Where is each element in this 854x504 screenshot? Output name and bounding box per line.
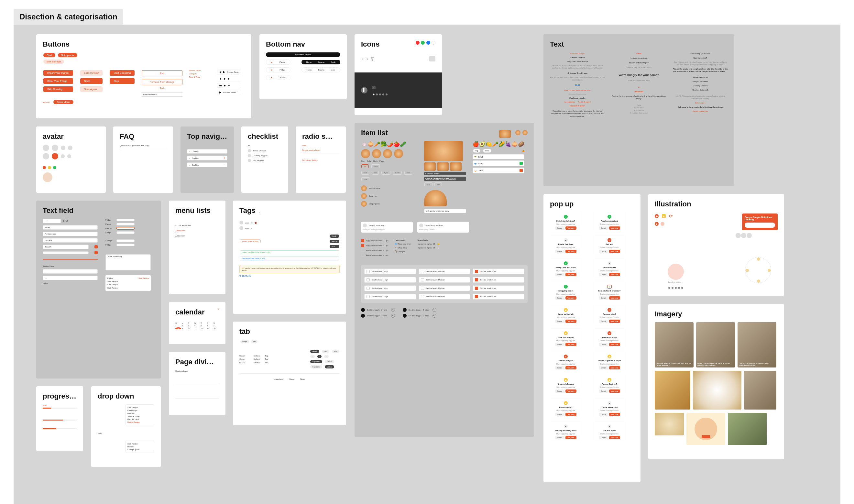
popup-modal[interactable]: ▲Repeat Section?Short supporting copy li… — [594, 375, 625, 395]
btn[interactable]: Stop — [110, 78, 134, 84]
cancel-button[interactable]: Cancel — [599, 343, 608, 346]
card-illustration[interactable]: Illustration ◆ ▲ ⟳ ■ Sorry – Simple Nutr… — [648, 194, 784, 296]
popup-modal[interactable]: ▲Remove item?Short supporting copy line.… — [550, 398, 582, 419]
checkbox[interactable] — [90, 245, 93, 249]
cancel-button[interactable]: Cancel — [599, 227, 608, 230]
play-icon[interactable]: ▶ — [219, 91, 221, 94]
list-item[interactable]: 🥗Salad — [473, 154, 524, 159]
filter-chip[interactable]: Paste — [371, 164, 380, 168]
cancel-button[interactable]: Cancel — [555, 413, 564, 416]
menu-item[interactable]: Reorder card — [127, 418, 152, 420]
checkbox[interactable] — [90, 251, 93, 254]
popup-modal[interactable]: ✕Shrunk recipe?Short supporting copy lin… — [550, 352, 582, 372]
menu-item[interactable]: Split Recipe — [127, 407, 152, 409]
cancel-button[interactable]: Cancel — [599, 366, 608, 370]
cancel-button[interactable]: Cancel — [599, 413, 608, 416]
cancel-button[interactable]: Cancel — [555, 320, 564, 323]
cancel-button[interactable]: Cancel — [555, 436, 564, 439]
card-page-divider[interactable]: Page divi… Section divides — [169, 352, 225, 415]
step-row[interactable]: Set fire level : High — [364, 269, 416, 274]
btn-link[interactable]: Back — [141, 87, 183, 89]
popup-modal[interactable]: ●Save up for Tasty IdeasShort supporting… — [550, 422, 582, 442]
card-top-nav[interactable]: Top navig… ‹Cooking ‹Cooking⚑ ‹Cooking⋯ — [181, 126, 234, 193]
popup-modal[interactable]: ●Ready. Set. PrepShort supporting copy l… — [550, 235, 582, 255]
popup-modal[interactable]: ✕Unable To MakeShort supporting copy lin… — [594, 329, 625, 349]
menu-item[interactable]: Rescale — [127, 446, 152, 448]
textarea[interactable]: Write something… — [106, 254, 151, 270]
cancel-button[interactable]: Cancel — [599, 250, 608, 253]
nav-chip[interactable]: ■Freezer — [266, 75, 290, 80]
nav-row[interactable]: ‹Cooking — [187, 149, 228, 154]
card-calendar[interactable]: calendar ● SMTWTFS 1234567 8 91011121314 — [169, 302, 225, 344]
btn-soft[interactable]: Edit Storage — [43, 59, 64, 64]
nav-row[interactable]: ‹Cooking⋯ — [187, 162, 228, 167]
list-item[interactable]: 🥣Soup — [473, 160, 524, 166]
card-avatar[interactable]: avatar — [36, 126, 106, 193]
confirm-button[interactable]: Yes, save — [609, 436, 620, 439]
play-prev-icon[interactable]: ◀ — [219, 71, 221, 73]
cancel-button[interactable]: Cancel — [599, 436, 608, 439]
text-input[interactable] — [116, 227, 134, 230]
popup-modal[interactable]: ✓Switch to dark type?Short supporting co… — [550, 212, 582, 232]
radio-item[interactable]: Yield — [302, 145, 339, 146]
filter-chip[interactable]: Veg — [361, 164, 369, 168]
confirm-button[interactable]: Yes, save — [565, 227, 577, 230]
confirm-button[interactable]: Yes, save — [565, 273, 577, 276]
card-text[interactable]: Text Featured Recipe Almond Quinoa Easy … — [543, 34, 734, 186]
text-input[interactable] — [43, 251, 89, 254]
menu-item-destructive[interactable]: Delete Recipe — [127, 421, 152, 423]
card-tags[interactable]: Tags › user · 🧂 · 🫘 user · ● Tomato Puré… — [233, 201, 346, 314]
text-input[interactable]: — — [43, 219, 61, 223]
cancel-button[interactable]: Cancel — [555, 390, 564, 393]
confirm-button[interactable]: Yes, save — [609, 320, 620, 323]
pause-button[interactable]: ⏸ — [361, 87, 367, 93]
menu-item[interactable]: Rescale — [127, 412, 152, 414]
skip-back-icon[interactable]: ⏮ — [219, 84, 222, 87]
confirm-button[interactable]: Yes, save — [565, 366, 577, 370]
cancel-button[interactable]: Cancel — [555, 366, 564, 370]
card-progress[interactable]: progres… Step — [36, 386, 83, 451]
play-icon[interactable]: ▶ — [224, 84, 226, 87]
checklist-item[interactable]: Butter Chicken — [248, 149, 282, 152]
checklist-item[interactable]: Soft Veggies — [248, 159, 282, 162]
pager-dots[interactable] — [372, 91, 388, 97]
text-input[interactable] — [116, 219, 134, 221]
cancel-button[interactable]: Cancel — [555, 273, 564, 276]
popup-modal[interactable]: ✕Exit appShort supporting copy line.Canc… — [594, 235, 625, 255]
play-next-icon[interactable]: ▶ — [223, 71, 225, 73]
btn[interactable]: Start Shopping — [110, 70, 134, 76]
btn[interactable]: Let's Review — [80, 70, 103, 76]
card-icons[interactable]: Icons ♂ ♀ ⚧ ⏸ 1 — [355, 34, 442, 115]
popup-modal[interactable]: ✓Really? Are you sure?Short supporting c… — [550, 259, 582, 279]
text-input[interactable]: Storage — [43, 238, 98, 242]
text-input[interactable]: Recipe name — [43, 232, 98, 236]
popup-modal[interactable]: ●Gift at a time?Short supporting copy li… — [594, 422, 625, 442]
list-item[interactable]: 🍛Curry — [473, 167, 524, 174]
text-input[interactable]: Email — [43, 225, 98, 230]
menu-item[interactable]: Edit Recipe — [127, 410, 152, 412]
nav-pill-dark[interactable]: My kitchen shelves — [266, 52, 340, 57]
cancel-button[interactable]: Cancel — [555, 227, 564, 230]
tag-chip[interactable]: Green chilli ginger garlic paste | 3 Tbs… — [240, 250, 339, 254]
text-input[interactable] — [116, 231, 134, 234]
text-input[interactable]: … — [43, 269, 98, 274]
pill[interactable]: Default — [310, 350, 319, 353]
checkbox-checked[interactable] — [94, 251, 98, 254]
btn-primary[interactable]: Set up now — [58, 53, 77, 57]
tag-chip[interactable]: Tomato Purée · 430gm — [240, 239, 261, 243]
popup-modal[interactable]: ●Pick shoppersShort supporting copy line… — [594, 259, 625, 279]
confirm-button[interactable]: Yes, save — [609, 390, 620, 393]
confirm-button[interactable]: Yes, save — [609, 296, 620, 300]
faq-question[interactable]: Question text goes here with long... — [120, 145, 167, 146]
menu-item[interactable]: Action item — [175, 235, 219, 237]
nav-chip[interactable]: ■Fridge — [266, 67, 290, 72]
cancel-button[interactable]: Cancel — [599, 390, 608, 393]
menu-item[interactable]: ○Set as Default — [175, 224, 219, 227]
popup-modal[interactable]: ▲Unsaved changesShort supporting copy li… — [550, 375, 582, 395]
confirm-button[interactable]: Yes, save — [565, 390, 577, 393]
btn[interactable]: Store — [80, 78, 103, 84]
confirm-button[interactable]: Yes, save — [565, 343, 577, 346]
confirm-button[interactable]: Yes, save — [609, 227, 620, 230]
confirm-button[interactable]: Yes, save — [609, 366, 620, 370]
card-popup[interactable]: pop up ✓Switch to dark type?Short suppor… — [543, 194, 640, 482]
